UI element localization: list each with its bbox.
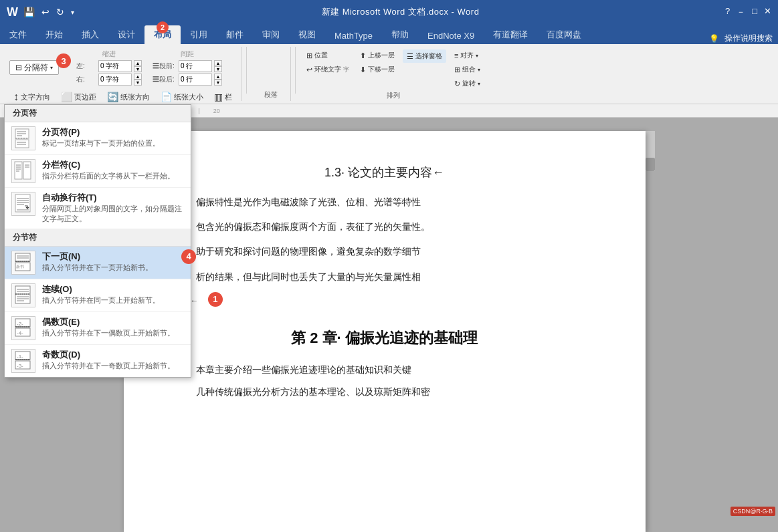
wrap-text-icon: ↩ <box>306 65 312 74</box>
close-icon[interactable]: ✕ <box>764 6 771 18</box>
indent-right-label: 右: <box>76 75 96 84</box>
menu-item-textbreak[interactable]: 自动换行符(T) 分隔网页上的对象周围的文字，如分隔题注文字与正文。 <box>5 188 191 229</box>
tab-mail[interactable]: 邮件 <box>217 25 253 44</box>
menu-item-columnbreak[interactable]: 分栏符(C) 指示分栏符后面的文字将从下一栏开始。 <box>5 155 191 188</box>
doc-para-1-cont: 包含光的偏振态和偏振度两个方面，表征了光的矢量性。 <box>177 219 592 235</box>
minimize-icon[interactable]: － <box>737 6 745 18</box>
page-content: 1.3· 论文的主要内容← 偏振特性是光作为电磁波除了光强、位相、光谱等特性 包… <box>177 164 592 400</box>
columns-icon: ▥ <box>214 92 223 102</box>
spacing-after-input[interactable] <box>179 74 212 86</box>
tab-design[interactable]: 设计 <box>108 25 144 44</box>
save-icon[interactable]: 💾 <box>22 5 36 19</box>
ribbon-tabs: 文件 开始 插入 设计 布局 2 引用 邮件 审阅 视图 MathType 帮助… <box>0 24 778 44</box>
menu-item-nextsection[interactable]: 新书 下一页(N) 插入分节符并在下一页开始新书。 4 <box>5 247 191 279</box>
rotate-icon: ↻ <box>454 80 460 88</box>
tab-layout[interactable]: 布局 2 <box>144 25 181 44</box>
svg-text:新书: 新书 <box>16 264 24 269</box>
word-logo-icon: W <box>7 5 18 19</box>
rotate-btn[interactable]: ↻ 旋转 ▾ <box>452 78 483 90</box>
maximize-icon[interactable]: □ <box>752 6 757 18</box>
title-text: 新建 Microsoft Word 文档.docx - Word <box>322 6 480 18</box>
step-badge-1: 1 <box>208 292 223 307</box>
size-icon: 📄 <box>161 92 172 102</box>
chapter-heading-2: 第 2 章· 偏振光追迹的基础理 <box>177 328 592 348</box>
continuous-text: 连续(O) 插入分节符并在同一页上开始新节。 <box>42 283 160 305</box>
orientation-btn[interactable]: 🔄 纸张方向 <box>103 90 154 104</box>
tab-youdao[interactable]: 有道翻译 <box>484 25 537 44</box>
position-icon: ⊞ <box>306 51 312 60</box>
svg-text:-3-: -3- <box>17 363 23 369</box>
wrap-text-btn[interactable]: ↩ 环绕文字 字 <box>304 63 352 76</box>
undo-icon[interactable]: ↩ <box>40 5 51 19</box>
oddpage-text: 奇数页(D) 插入分节符并在下一奇数页上开始新节。 <box>42 349 175 371</box>
arrange-group-label: 排列 <box>304 90 483 100</box>
selection-pane-icon: ☰ <box>407 52 413 61</box>
tab-view[interactable]: 视图 <box>289 25 325 44</box>
spacing-before-spin[interactable]: ▲ ▼ <box>214 60 222 72</box>
tab-review[interactable]: 审阅 <box>253 25 289 44</box>
svg-text:-2-: -2- <box>17 321 23 327</box>
section-heading-1-3: 1.3· 论文的主要内容← <box>177 164 592 180</box>
margins-btn[interactable]: ⬜ 页边距 <box>57 90 100 104</box>
tab-references[interactable]: 引用 <box>181 25 217 44</box>
align-arrow: ▾ <box>476 53 478 59</box>
step-badge-4: 4 <box>181 249 196 264</box>
columns-btn[interactable]: ▥ 栏 <box>210 90 236 104</box>
spacing-before-input[interactable] <box>179 60 212 72</box>
cursor-marker: ← <box>191 296 199 305</box>
chapter-para-2: 几种传统偏振光分析方法的基本理论、以及琼斯矩阵和密 <box>177 384 592 400</box>
indent-right-spin[interactable]: ▲ ▼ <box>134 74 142 86</box>
ribbon-separator-1 <box>246 47 247 94</box>
svg-text:-1-: -1- <box>17 354 23 360</box>
search-icon[interactable]: 💡 <box>709 34 719 43</box>
separator-icon: ⊟ <box>15 63 22 72</box>
separator-dropdown-trigger[interactable]: ⊟ 分隔符 ▾ <box>9 60 59 75</box>
help-icon[interactable]: ? <box>725 6 730 18</box>
menu-item-continuous[interactable]: 连续(O) 插入分节符并在同一页上开始新节。 <box>5 279 191 312</box>
tab-home[interactable]: 开始 <box>36 25 72 44</box>
svg-text:-4-: -4- <box>17 330 23 336</box>
search-label[interactable]: 操作说明搜索 <box>724 33 773 44</box>
selection-pane-btn[interactable]: ☰ 选择窗格 <box>403 49 446 63</box>
text-direction-btn[interactable]: ↕ 文字方向 <box>9 90 54 104</box>
indent-left-label: 左: <box>76 61 96 71</box>
tab-endnote[interactable]: EndNote X9 <box>418 27 484 44</box>
tab-file[interactable]: 文件 <box>0 25 36 44</box>
page-break-section-header: 分页符 <box>5 105 191 122</box>
send-backward-btn[interactable]: ⬇ 下移一层 <box>357 63 397 76</box>
indent-right-row: 右: ▲ ▼ <box>76 74 142 86</box>
indent-right-input[interactable] <box>98 74 132 86</box>
spacing-before-label: ☰段前: <box>153 61 177 71</box>
ribbon-separator-2 <box>295 47 296 94</box>
separator-dropdown[interactable]: ⊟ 分隔符 ▾ 3 <box>9 60 59 75</box>
margins-icon: ⬜ <box>61 92 72 102</box>
group-btn[interactable]: ⊞ 组合 ▾ <box>452 63 483 76</box>
spacing-after-spin[interactable]: ▲ ▼ <box>214 74 222 86</box>
scrollbar-thumb[interactable] <box>646 158 655 171</box>
vertical-scrollbar[interactable] <box>646 131 655 171</box>
ribbon-group-arrange: ⊞ 位置 ↩ 环绕文字 字 ⬆ 上移一层 ⬇ 下移一层 <box>300 47 487 101</box>
indent-left-input[interactable] <box>98 60 132 72</box>
menu-item-oddpage[interactable]: -1- -3- 奇数页(D) 插入分节符并在下一奇数页上开始新节。 <box>5 345 191 377</box>
columnbreak-text: 分栏符(C) 指示分栏符后面的文字将从下一栏开始。 <box>42 159 175 181</box>
quick-access-toolbar: W 💾 ↩ ↻ ▾ <box>7 5 76 19</box>
position-btn[interactable]: ⊞ 位置 <box>304 49 352 61</box>
document-page[interactable]: 1.3· 论文的主要内容← 偏振特性是光作为电磁波除了光强、位相、光谱等特性 包… <box>124 131 646 532</box>
tab-insert[interactable]: 插入 <box>72 25 108 44</box>
nextsection-icon: 新书 <box>11 251 35 275</box>
ribbon: ⊟ 分隔符 ▾ 3 缩进 左: ▲ ▼ <box>0 44 778 104</box>
size-btn[interactable]: 📄 纸张大小 <box>157 90 207 104</box>
customize-qa-icon[interactable]: ▾ <box>70 7 76 17</box>
align-btn[interactable]: ≡ 对齐 ▾ <box>452 49 483 61</box>
spacing-after-label: ☰段后: <box>153 75 177 84</box>
bring-forward-btn[interactable]: ⬆ 上移一层 <box>357 49 397 61</box>
menu-item-pagebreak[interactable]: 分页符(P) 标记一页结束与下一页开始的位置。 <box>5 122 191 155</box>
redo-icon[interactable]: ↻ <box>55 5 66 19</box>
tab-help[interactable]: 帮助 <box>382 25 418 44</box>
svg-rect-16 <box>15 194 30 212</box>
indent-left-spin[interactable]: ▲ ▼ <box>134 60 142 72</box>
tab-baidu[interactable]: 百度网盘 <box>537 25 591 44</box>
menu-item-evenpage[interactable]: -2- -4- 偶数页(E) 插入分节符并在下一偶数页上开始新节。 <box>5 312 191 345</box>
tab-mathtype[interactable]: MathType <box>325 27 382 44</box>
separator-arrow: ▾ <box>50 65 53 71</box>
